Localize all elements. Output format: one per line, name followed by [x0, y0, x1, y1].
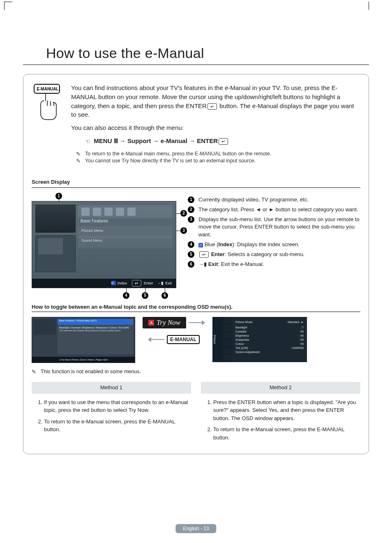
osd-values: Picture Mode: Standard ► Backlight: 7 Co… — [232, 317, 307, 362]
method-step: To return to the e-Manual screen, press … — [213, 425, 360, 441]
screen-display-heading: Screen Display — [32, 179, 360, 185]
exit-arrow-icon: →▮ — [198, 261, 207, 267]
callout-3: 3 — [180, 227, 187, 234]
pencil-icon: ✎ — [32, 369, 38, 374]
callout-5: 5 — [142, 292, 148, 299]
page-title: How to use the e-Manual — [46, 45, 369, 61]
emanual-button: E-MANUAL — [167, 335, 200, 344]
blue-d-key: D — [111, 281, 116, 285]
rule — [32, 187, 360, 188]
content-frame: E-MANUAL You can find instructions about… — [23, 74, 369, 454]
screen-display-block: 1 2 3 Basic Features Picture Menu Sound … — [32, 194, 360, 288]
enter-icon: ↵ — [219, 138, 228, 145]
method-1-header: Method 1 — [32, 382, 191, 393]
intro-notes: ✎To return to the e-Manual main menu, pr… — [76, 151, 360, 164]
toggle-block: Basic Features > Picture Menu (4/17) Bac… — [32, 317, 360, 363]
crop-mark — [369, 2, 369, 10]
emanual-topic-screenshot: Basic Features > Picture Menu (4/17) Bac… — [32, 317, 135, 363]
category-bar — [78, 206, 173, 218]
crop-mark — [4, 2, 5, 10]
legend-list: 1Currently displayed video, TV programme… — [188, 194, 360, 288]
pencil-icon: ✎ — [76, 151, 83, 157]
enter-icon: ↵ — [208, 103, 217, 110]
thumbnail-stack — [35, 235, 76, 272]
callout-4: 4 — [123, 292, 129, 299]
enter-icon: ↵ — [199, 251, 209, 258]
arrow-right-icon — [189, 320, 205, 326]
manual-page: How to use the e-Manual E-MANUAL You can… — [0, 0, 392, 543]
toggle-heading: How to toggle between an e-Manual topic … — [32, 304, 360, 310]
method-step: Press the ENTER button when a topic is d… — [213, 398, 360, 423]
footer-bar: DIndex ↵Enter →▮Exit — [32, 279, 176, 288]
category-label: Basic Features — [81, 219, 108, 223]
emanual-key-label: E-MANUAL — [37, 87, 58, 91]
intro-section: E-MANUAL You can find instructions about… — [32, 83, 360, 165]
enter-icon: ↵ — [132, 280, 141, 287]
title-rule — [23, 65, 369, 65]
methods-block: Method 1 If you want to use the menu tha… — [32, 382, 360, 445]
arrow-left-icon — [148, 337, 164, 342]
method-2: Method 2 Press the ENTER button when a t… — [201, 382, 360, 445]
remote-hand-icon: E-MANUAL — [32, 83, 64, 126]
callout-1: 1 — [55, 193, 62, 199]
crop-mark — [4, 2, 12, 2]
method-2-header: Method 2 — [201, 382, 360, 393]
video-preview — [35, 205, 76, 233]
toggle-note: ✎ This function is not enabled in some m… — [32, 369, 360, 374]
pencil-icon: ✎ — [76, 158, 83, 164]
callout-2: 2 — [180, 210, 187, 217]
method-1: Method 1 If you want to use the menu tha… — [32, 382, 191, 445]
callout-6: 6 — [161, 292, 168, 299]
page-footer: English - 13 — [175, 524, 216, 533]
exit-icon: →▮ — [157, 281, 164, 285]
emanual-main-screen: Basic Features Picture Menu Sound Menu D… — [32, 201, 176, 288]
menu-path: ☜ MENU Ⅲ → Support → e-Manual → ENTER↵ — [85, 137, 360, 145]
tv-screenshot: 1 2 3 Basic Features Picture Menu Sound … — [32, 201, 175, 288]
method-step: To return to the e-Manual screen, press … — [44, 418, 191, 434]
try-now-button: ATry Now — [143, 317, 186, 328]
toggle-arrows: ATry Now E-MANUAL — [143, 317, 205, 344]
submenu-item: Sound Menu — [78, 236, 173, 248]
intro-text: You can find instructions about your TV'… — [71, 83, 360, 165]
method-step: If you want to use the menu that corresp… — [44, 398, 191, 414]
hand-point-icon: ☜ — [85, 138, 90, 145]
osd-menu-screenshot: Picture Picture Mode: Standard ► Backlig… — [212, 317, 307, 362]
rule — [32, 312, 360, 312]
